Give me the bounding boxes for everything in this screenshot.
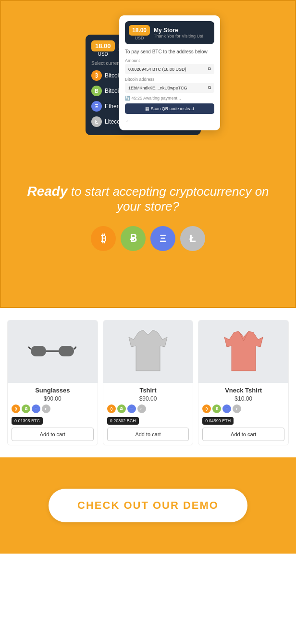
product-card-vneck: Vneck Tshirt $10.00 ₿ Ƀ Ξ Ł 0.04599 ETH … bbox=[198, 320, 289, 445]
amount-badge-front: 18.00 bbox=[129, 25, 150, 36]
crypto-icons-sunglasses: ₿ Ƀ Ξ Ł bbox=[12, 404, 94, 413]
store-sub-front: Thank You for Visiting Us! bbox=[154, 34, 203, 38]
ltc-mini: Ł bbox=[42, 404, 50, 413]
product-info-tshirt: Tshirt $90.00 ₿ Ƀ Ξ Ł 0.20302 BCH Add to… bbox=[103, 383, 193, 445]
svg-line-4 bbox=[74, 347, 76, 349]
demo-section: CHECK OUT OUR DEMO bbox=[0, 457, 296, 554]
amount-field-label: Amount bbox=[125, 58, 214, 63]
svg-marker-6 bbox=[224, 331, 263, 371]
btc-large-icon: ₿ bbox=[91, 226, 116, 251]
crypto-price-tshirt: 0.20302 BCH bbox=[107, 417, 139, 425]
btc-mini2: ₿ bbox=[107, 404, 116, 413]
hero-headline: Ready to start accepting cryptocurrency … bbox=[11, 184, 285, 214]
product-card-tshirt: Tshirt $90.00 ₿ Ƀ Ξ Ł 0.20302 BCH Add to… bbox=[103, 320, 194, 445]
tshirt-svg bbox=[126, 328, 170, 376]
add-to-cart-tshirt[interactable]: Add to cart bbox=[107, 428, 189, 441]
ltc-large-icon: Ł bbox=[180, 226, 205, 251]
product-image-vneck bbox=[198, 320, 288, 383]
modal-mockup: 18.00 USD My Sto... Thank Ya... Select c… bbox=[76, 15, 220, 169]
bch-large-icon: Ƀ bbox=[121, 226, 146, 251]
product-name-sunglasses: Sunglasses bbox=[12, 387, 94, 394]
currency-usd: USD bbox=[129, 36, 150, 40]
vneck-svg bbox=[222, 328, 265, 376]
bch-icon: B bbox=[91, 86, 102, 96]
currency-label-back: USD bbox=[91, 51, 115, 57]
store-name-front: My Store bbox=[154, 27, 203, 34]
svg-marker-5 bbox=[129, 330, 167, 371]
ltc-mini2: Ł bbox=[137, 404, 146, 413]
btc-icon: ₿ bbox=[91, 70, 102, 81]
add-to-cart-sunglasses[interactable]: Add to cart bbox=[12, 428, 94, 441]
product-card-sunglasses: Sunglasses $90.00 ₿ Ƀ Ξ Ł 0.01395 BTC Ad… bbox=[7, 320, 98, 445]
amount-badge-back: 18.00 bbox=[91, 40, 115, 51]
product-price-sunglasses: $90.00 bbox=[12, 395, 94, 402]
product-price-vneck: $10.00 bbox=[202, 395, 284, 402]
crypto-icons-tshirt: ₿ Ƀ Ξ Ł bbox=[107, 404, 189, 413]
add-to-cart-vneck[interactable]: Add to cart bbox=[202, 428, 284, 441]
eth-mini2: Ξ bbox=[127, 404, 136, 413]
payment-header: 18.00 USD My Store Thank You for Visitin… bbox=[125, 21, 214, 44]
eth-large-icon: Ξ bbox=[150, 226, 175, 251]
products-grid: Sunglasses $90.00 ₿ Ƀ Ξ Ł 0.01395 BTC Ad… bbox=[7, 320, 289, 445]
bch-mini: Ƀ bbox=[22, 404, 30, 413]
address-field: 1EbMKndkKE....nkU3wpeTCG ⧉ bbox=[125, 83, 214, 93]
bch-mini2: Ƀ bbox=[117, 404, 126, 413]
eth-mini3: Ξ bbox=[222, 404, 231, 413]
btc-mini: ₿ bbox=[12, 404, 20, 413]
product-image-tshirt bbox=[103, 320, 193, 383]
svg-line-3 bbox=[28, 347, 31, 349]
sunglasses-svg bbox=[28, 337, 76, 366]
products-section: Sunglasses $90.00 ₿ Ƀ Ξ Ł 0.01395 BTC Ad… bbox=[0, 308, 296, 457]
crypto-icons-row: ₿ Ƀ Ξ Ł bbox=[11, 226, 285, 251]
ltc-icon: Ł bbox=[91, 116, 102, 127]
headline-rest: to start accepting cryptocurrency on you… bbox=[67, 184, 269, 214]
back-arrow[interactable]: ← bbox=[125, 117, 214, 125]
svg-rect-1 bbox=[59, 346, 74, 356]
svg-rect-0 bbox=[31, 346, 46, 356]
address-field-label: Bitcoin address bbox=[125, 77, 214, 82]
qr-code-button[interactable]: ▦ Scan QR code instead bbox=[125, 103, 214, 114]
btc-mini3: ₿ bbox=[202, 404, 211, 413]
amount-field: 0.00269454 BTC (18.00 USD) ⧉ bbox=[125, 64, 214, 74]
headline-bold: Ready bbox=[27, 184, 67, 199]
payment-timer: 🔄 45:25 Awaiting payment... bbox=[125, 96, 214, 101]
ltc-mini3: Ł bbox=[233, 404, 241, 413]
bch-mini3: Ƀ bbox=[212, 404, 221, 413]
payment-instructions: To pay send BTC to the address below bbox=[125, 49, 214, 54]
product-name-tshirt: Tshirt bbox=[107, 387, 189, 394]
product-name-vneck: Vneck Tshirt bbox=[202, 387, 284, 394]
eth-icon: Ξ bbox=[91, 101, 102, 112]
payment-details-card: 18.00 USD My Store Thank You for Visitin… bbox=[119, 15, 220, 130]
eth-mini: Ξ bbox=[32, 404, 40, 413]
crypto-icons-vneck: ₿ Ƀ Ξ Ł bbox=[202, 404, 284, 413]
hero-section: 18.00 USD My Sto... Thank Ya... Select c… bbox=[0, 0, 296, 308]
product-image-sunglasses bbox=[8, 320, 98, 383]
product-price-tshirt: $90.00 bbox=[107, 395, 189, 402]
crypto-price-vneck: 0.04599 ETH bbox=[202, 417, 234, 425]
product-info-sunglasses: Sunglasses $90.00 ₿ Ƀ Ξ Ł 0.01395 BTC Ad… bbox=[8, 383, 98, 445]
crypto-price-sunglasses: 0.01395 BTC bbox=[12, 417, 43, 425]
demo-button[interactable]: CHECK OUT OUR DEMO bbox=[49, 489, 247, 522]
product-info-vneck: Vneck Tshirt $10.00 ₿ Ƀ Ξ Ł 0.04599 ETH … bbox=[198, 383, 288, 445]
